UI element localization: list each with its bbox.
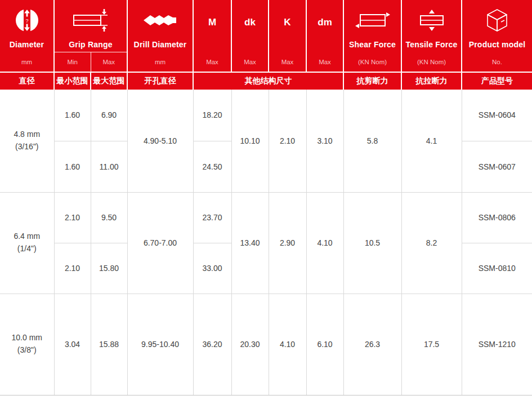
cell-grip-min: 2.10 [54, 192, 91, 243]
cell-grip-min: 1.60 [54, 90, 91, 141]
col-header-dm: dm Max [306, 0, 343, 72]
m-label: M [194, 12, 231, 33]
dk-max-label: Max [232, 52, 268, 72]
cell-drill-diameter: 9.95-10.40 [127, 294, 193, 395]
cell-m: 18.20 [193, 90, 231, 141]
cell-dk: 13.40 [231, 192, 269, 294]
cell-grip-max: 9.50 [91, 192, 127, 243]
table-row: 4.8 mm(3/16") 1.60 6.90 4.90-5.10 18.20 … [0, 90, 532, 141]
cell-grip-max: 11.00 [91, 141, 127, 192]
dm-max-label: Max [307, 52, 343, 72]
dk-label: dk [232, 12, 268, 33]
cell-grip-min: 3.04 [54, 294, 91, 395]
cell-dm: 4.10 [306, 192, 343, 294]
diameter-unit: mm [0, 52, 53, 72]
table-row: 10.0 mm(3/8") 3.04 15.88 9.95-10.40 36.2… [0, 294, 532, 395]
cell-grip-max: 15.80 [91, 243, 127, 294]
cell-dk: 20.30 [231, 294, 269, 395]
drill-diameter-unit: mm [128, 52, 193, 72]
cell-m: 23.70 [193, 192, 231, 243]
grip-max-label: Max [91, 52, 127, 72]
cell-grip-min: 1.60 [54, 141, 91, 192]
svg-text:?: ? [25, 18, 28, 24]
product-model-unit: No. [462, 52, 532, 72]
cn-tensile-force: 抗拉断力 [401, 72, 462, 90]
col-header-tensile-force: Tensile Force (KN Nom) [401, 0, 462, 72]
header-row-main: ? Diameter mm [0, 0, 532, 72]
col-header-shear-force: Shear Force (KN Nom) [343, 0, 401, 72]
cell-grip-max: 15.88 [91, 294, 127, 395]
cell-product-model: SSM-0604 [462, 90, 532, 141]
cell-shear-force: 5.8 [343, 90, 401, 192]
rivet-spec-sheet: ? Diameter mm [0, 0, 532, 400]
cell-dm: 6.10 [306, 294, 343, 395]
cell-shear-force: 10.5 [343, 192, 401, 294]
cn-shear-force: 抗剪断力 [343, 72, 401, 90]
cn-grip-min: 最小范围 [54, 72, 91, 90]
tensile-force-unit: (KN Nom) [402, 52, 461, 72]
drill-bit-icon [128, 0, 193, 37]
cell-diameter: 4.8 mm(3/16") [0, 90, 54, 192]
cell-dm: 3.10 [306, 90, 343, 192]
grip-range-label: Grip Range [55, 37, 127, 52]
cell-dk: 10.10 [231, 90, 269, 192]
col-header-grip-range: Grip Range Min Max [54, 0, 127, 72]
cn-drill-diameter: 开孔直径 [127, 72, 193, 90]
cell-m: 33.00 [193, 243, 231, 294]
cell-tensile-force: 4.1 [401, 90, 462, 192]
k-label: K [269, 12, 306, 33]
cell-grip-min: 2.10 [54, 243, 91, 294]
cell-diameter: 10.0 mm(3/8") [0, 294, 54, 395]
col-header-k: K Max [269, 0, 306, 72]
shear-force-unit: (KN Nom) [344, 52, 401, 72]
col-header-m: M Max [193, 0, 231, 72]
shear-force-icon [344, 0, 401, 37]
cn-diameter: 直径 [0, 72, 54, 90]
cn-product-model: 产品型号 [462, 72, 532, 90]
cell-k: 4.10 [269, 294, 306, 395]
product-model-label: Product model [462, 37, 532, 52]
cn-grip-max: 最大范围 [91, 72, 127, 90]
table-row: 6.4 mm(1/4") 2.10 9.50 6.70-7.00 23.70 1… [0, 192, 532, 243]
shear-force-label: Shear Force [344, 37, 401, 52]
col-header-drill-diameter: Drill Diameter mm [127, 0, 193, 72]
dm-label: dm [307, 12, 343, 33]
cell-product-model: SSM-1210 [462, 294, 532, 395]
cell-drill-diameter: 4.90-5.10 [127, 90, 193, 192]
spec-table: ? Diameter mm [0, 0, 532, 395]
cell-diameter: 6.4 mm(1/4") [0, 192, 54, 294]
product-box-icon [462, 0, 532, 37]
col-header-dk: dk Max [231, 0, 269, 72]
cell-tensile-force: 17.5 [401, 294, 462, 395]
grip-min-label: Min [55, 52, 91, 72]
cell-product-model: SSM-0607 [462, 141, 532, 192]
tensile-force-label: Tensile Force [402, 37, 461, 52]
grip-range-icon [55, 0, 127, 37]
drill-diameter-label: Drill Diameter [128, 37, 193, 52]
diameter-label: Diameter [0, 37, 53, 52]
tensile-force-icon [402, 0, 461, 37]
header-row-chinese: 直径 最小范围 最大范围 开孔直径 其他结构尺寸 抗剪断力 抗拉断力 产品型号 [0, 72, 532, 90]
cell-m: 24.50 [193, 141, 231, 192]
m-max-label: Max [194, 52, 231, 72]
cell-drill-diameter: 6.70-7.00 [127, 192, 193, 294]
cell-shear-force: 26.3 [343, 294, 401, 395]
col-header-product-model: Product model No. [462, 0, 532, 72]
cn-other-dimensions: 其他结构尺寸 [193, 72, 343, 90]
cell-grip-max: 6.90 [91, 90, 127, 141]
cell-k: 2.10 [269, 90, 306, 192]
cell-product-model: SSM-0806 [462, 192, 532, 243]
cell-tensile-force: 8.2 [401, 192, 462, 294]
diameter-icon: ? [0, 0, 53, 37]
k-max-label: Max [269, 52, 306, 72]
cell-product-model: SSM-0810 [462, 243, 532, 294]
col-header-diameter: ? Diameter mm [0, 0, 54, 72]
cell-m: 36.20 [193, 294, 231, 395]
cell-k: 2.90 [269, 192, 306, 294]
